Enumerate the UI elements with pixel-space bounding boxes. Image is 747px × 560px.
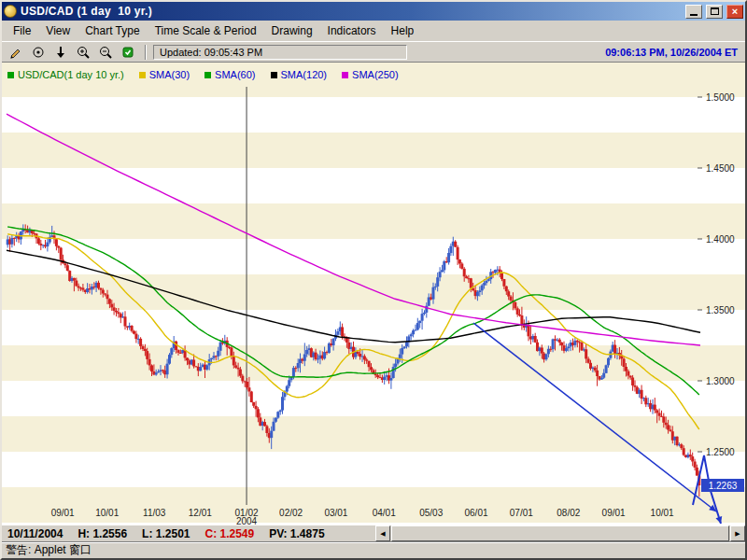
price-chart: 1.50001.45001.40001.35001.30001.250009/0… [2, 63, 745, 525]
y-axis-label: 1.4500 [706, 163, 735, 174]
close-button[interactable]: × [726, 5, 743, 19]
price-band [2, 239, 745, 274]
y-axis-label: 1.3000 [706, 376, 735, 386]
updated-panel: Updated: 09:05:43 PM [153, 45, 407, 60]
status-close: C: 1.2549 [204, 527, 254, 540]
legend-label: SMA(120) [281, 69, 328, 80]
menu-bar: FileViewChart TypeTime Scale & PeriodDra… [2, 21, 745, 41]
x-axis-label: 11/03 [143, 508, 166, 518]
applet-warning-text: 警告: Applet 窗口 [6, 542, 92, 558]
year-label: 2004 [236, 516, 258, 525]
legend-item: USD/CAD(1 day 10 yr.) [7, 69, 124, 80]
legend-label: SMA(30) [149, 69, 190, 80]
menu-item-chart-type[interactable]: Chart Type [78, 21, 147, 40]
legend-swatch [271, 72, 277, 78]
x-axis-label: 10/01 [95, 508, 119, 518]
menu-item-time-scale-period[interactable]: Time Scale & Period [148, 21, 264, 40]
y-axis-label: 1.2500 [706, 447, 735, 457]
menu-item-file[interactable]: File [6, 21, 38, 40]
status-pv: PV: 1.4875 [269, 527, 324, 540]
legend-item: SMA(250) [342, 69, 399, 80]
menu-item-indicators[interactable]: Indicators [320, 21, 384, 40]
legend-label: SMA(60) [215, 69, 255, 80]
legend-swatch [204, 72, 211, 78]
scroll-left-button[interactable]: ◀ [375, 525, 390, 541]
price-band [2, 416, 745, 452]
zoom-out-icon[interactable] [95, 44, 116, 61]
menu-item-help[interactable]: Help [384, 21, 422, 40]
down-arrow-icon[interactable] [50, 44, 71, 61]
applet-warning-bar: 警告: Applet 窗口 [2, 541, 745, 558]
x-axis-label: 09/01 [51, 508, 75, 518]
price-band [2, 452, 745, 487]
app-window: USD/CAD (1 day 10 yr.) × FileViewChart T… [0, 0, 747, 560]
legend-swatch [7, 72, 14, 78]
price-band [2, 168, 745, 203]
minimize-button[interactable] [685, 5, 702, 19]
zoom-in-icon[interactable] [73, 44, 93, 61]
refresh-icon[interactable] [118, 44, 138, 61]
maximize-icon [711, 7, 719, 15]
crosshair-icon[interactable] [28, 44, 49, 61]
x-axis-label: 08/02 [557, 508, 580, 518]
legend-label: USD/CAD(1 day 10 yr.) [18, 69, 124, 80]
chart-legend: USD/CAD(1 day 10 yr.)SMA(30)SMA(60)SMA(1… [7, 69, 399, 80]
status-date: 10/11/2004 [7, 527, 63, 540]
legend-item: SMA(120) [271, 69, 328, 80]
menu-item-view[interactable]: View [38, 21, 78, 40]
legend-item: SMA(60) [204, 69, 255, 80]
status-fields: 10/11/2004 H: 1.2556 L: 1.2501 C: 1.2549… [2, 525, 375, 541]
scrollbar-thumb[interactable] [391, 525, 729, 541]
x-axis-label: 05/03 [419, 508, 443, 518]
menu-item-drawing[interactable]: Drawing [264, 21, 320, 40]
price-band [2, 97, 745, 133]
chart-panel[interactable]: 1.50001.45001.40001.35001.30001.250009/0… [2, 62, 745, 525]
toolbar-separator [145, 45, 147, 60]
scroll-right-button[interactable]: ▶ [730, 525, 745, 541]
x-axis-label: 02/02 [279, 508, 303, 518]
x-axis-label: 04/01 [373, 508, 396, 518]
x-axis-label: 10/01 [651, 508, 674, 518]
toolbar: Updated: 09:05:43 PM 09:06:13 PM, 10/26/… [2, 41, 745, 62]
x-axis-label: 03/01 [324, 508, 347, 518]
window-title: USD/CAD (1 day 10 yr.) [21, 5, 682, 18]
last-price-tag: 1.2263 [701, 479, 744, 492]
pencil-icon[interactable] [6, 44, 26, 61]
legend-swatch [139, 72, 146, 78]
x-axis-label: 07/01 [510, 508, 533, 518]
legend-item: SMA(30) [139, 69, 190, 80]
title-bar: USD/CAD (1 day 10 yr.) × [2, 2, 745, 21]
price-band [2, 203, 745, 239]
price-band [2, 523, 745, 525]
updated-label: Updated: 09:05:43 PM [160, 47, 262, 58]
price-band [2, 274, 745, 310]
legend-swatch [342, 72, 348, 78]
app-coin-icon [4, 5, 17, 18]
legend-label: SMA(250) [352, 69, 399, 80]
y-axis-label: 1.3500 [706, 305, 735, 315]
status-bar: 10/11/2004 H: 1.2556 L: 1.2501 C: 1.2549… [2, 525, 745, 541]
y-axis-label: 1.5000 [706, 92, 735, 103]
status-low: L: 1.2501 [142, 527, 190, 540]
x-axis-label: 09/01 [602, 508, 626, 518]
x-axis-label: 06/01 [464, 508, 487, 518]
horizontal-scrollbar[interactable]: ◀ ▶ [375, 525, 745, 541]
status-high: H: 1.2556 [78, 527, 127, 540]
minimize-icon [690, 14, 698, 16]
clock-label: 09:06:13 PM, 10/26/2004 ET [605, 47, 741, 58]
maximize-button[interactable] [706, 5, 723, 19]
x-axis-label: 12/01 [189, 508, 212, 518]
price-band [2, 133, 745, 168]
y-axis-label: 1.4000 [706, 234, 735, 245]
